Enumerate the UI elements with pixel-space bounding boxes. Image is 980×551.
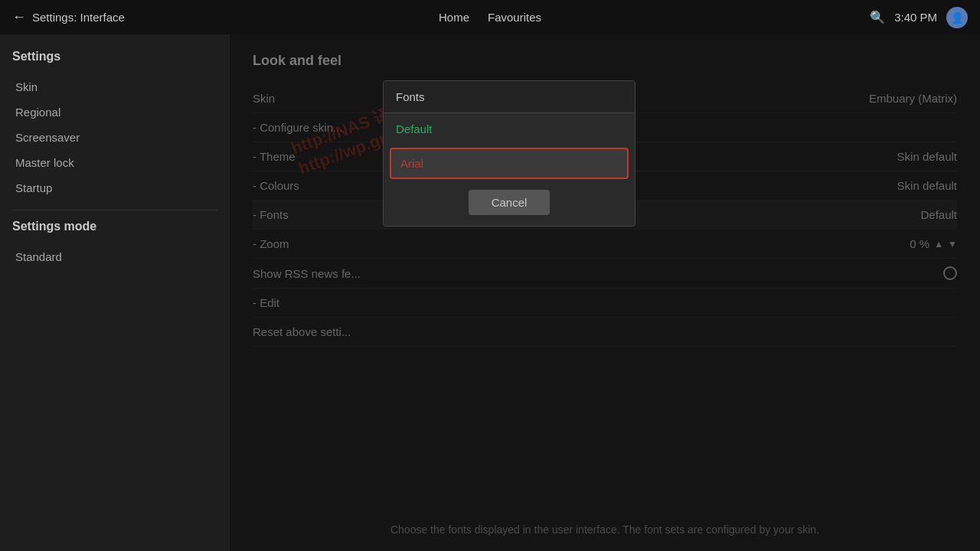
- sidebar-settings-heading: Settings: [12, 50, 217, 64]
- header: ← Settings: Interface Home Favourites 🔍 …: [0, 0, 980, 34]
- nav-home[interactable]: Home: [439, 11, 469, 24]
- header-nav: Home Favourites: [439, 11, 541, 24]
- back-button[interactable]: ← Settings: Interface: [12, 9, 125, 25]
- dialog-title: Fonts: [384, 81, 635, 113]
- sidebar-item-masterlock[interactable]: Master lock: [12, 150, 217, 175]
- sidebar-item-regional[interactable]: Regional: [12, 99, 217, 125]
- dialog-option-default[interactable]: Default: [384, 113, 635, 145]
- dialog-option-arial[interactable]: Arial: [390, 148, 629, 179]
- cancel-button[interactable]: Cancel: [469, 190, 550, 215]
- sidebar-divider: [12, 210, 217, 210]
- dialog-cancel-row: Cancel: [384, 182, 635, 226]
- sidebar-mode-heading: Settings mode: [12, 220, 217, 233]
- sidebar: Settings Skin Regional Screensaver Maste…: [0, 34, 230, 551]
- dialog-overlay: Fonts Default Arial Cancel: [230, 34, 980, 551]
- sidebar-item-screensaver[interactable]: Screensaver: [12, 125, 217, 150]
- search-icon[interactable]: 🔍: [870, 10, 885, 24]
- sidebar-item-startup[interactable]: Startup: [12, 175, 217, 201]
- sidebar-item-skin[interactable]: Skin: [12, 74, 217, 99]
- fonts-dialog: Fonts Default Arial Cancel: [383, 80, 635, 227]
- main-layout: Settings Skin Regional Screensaver Maste…: [0, 34, 980, 551]
- page-title: Settings: Interface: [32, 11, 125, 24]
- sidebar-item-standard[interactable]: Standard: [12, 244, 217, 269]
- avatar[interactable]: 👤: [946, 7, 968, 28]
- clock: 3:40 PM: [894, 11, 937, 24]
- back-arrow-icon: ←: [12, 9, 26, 25]
- nav-favourites[interactable]: Favourites: [488, 11, 541, 24]
- content-area: Look and feel Skin Embuary (Matrix) - Co…: [230, 34, 980, 551]
- header-right: 🔍 3:40 PM 👤: [870, 7, 968, 28]
